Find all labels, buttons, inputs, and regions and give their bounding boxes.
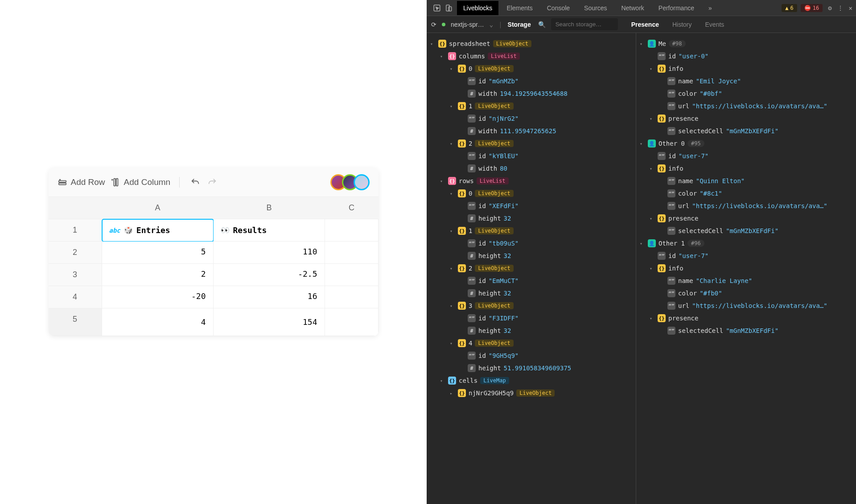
cell-B4[interactable]: 16 xyxy=(214,286,325,308)
cell-C5[interactable] xyxy=(325,308,379,336)
row-header[interactable]: 5 xyxy=(49,308,102,336)
tree-row[interactable]: ▾👤Me#98 xyxy=(636,37,856,50)
row-header[interactable]: 3 xyxy=(49,264,102,286)
tree-row[interactable]: ▾{}info xyxy=(636,162,856,175)
tree-row[interactable]: ▸#width194.19259643554688 xyxy=(427,87,636,100)
caret-icon[interactable]: ▾ xyxy=(450,104,455,109)
caret-icon[interactable]: ▾ xyxy=(450,191,455,196)
cell-B1[interactable]: 👀 Results xyxy=(214,219,325,242)
cell-A2[interactable]: 5 xyxy=(102,242,214,264)
tree-row[interactable]: ▸“”name"Quinn Elton" xyxy=(636,175,856,187)
tree-row[interactable]: ▾{}1LiveObject xyxy=(427,100,636,112)
caret-icon[interactable]: ▾ xyxy=(450,229,455,234)
tab-sources[interactable]: Sources xyxy=(578,1,613,15)
tree-row[interactable]: ▸#height32 xyxy=(427,250,636,262)
tree-row[interactable]: ▸“”id"user-7" xyxy=(636,150,856,162)
tree-row[interactable]: ▸#height32 xyxy=(427,287,636,299)
tree-row[interactable]: ▾{}0LiveObject xyxy=(427,62,636,75)
tree-row[interactable]: ▾{}2LiveObject xyxy=(427,262,636,275)
tree-row[interactable]: ▾{}info xyxy=(636,62,856,75)
col-header[interactable]: B xyxy=(214,197,325,219)
tree-row[interactable]: ▸#height32 xyxy=(427,212,636,225)
close-icon[interactable]: ✕ xyxy=(849,4,852,12)
tree-row[interactable]: ▸#height51.991058349609375 xyxy=(427,362,636,374)
tree-row[interactable]: ▸“”selectedCell"mGnMZbXEFdFi" xyxy=(636,225,856,237)
tree-row[interactable]: ▸{}njNrG29GH5q9LiveObject xyxy=(427,387,636,399)
col-header[interactable]: A xyxy=(102,197,214,219)
tree-row[interactable]: ▸#width80 xyxy=(427,162,636,175)
caret-icon[interactable]: ▾ xyxy=(450,66,455,71)
errors-badge[interactable]: ⛔ 16 xyxy=(801,4,823,12)
tree-row[interactable]: ▾👤Other 1#96 xyxy=(636,237,856,250)
tree-row[interactable]: ▸“”id"9GH5q9" xyxy=(427,349,636,362)
caret-icon[interactable]: ▾ xyxy=(440,378,445,383)
caret-icon[interactable]: ▾ xyxy=(650,316,655,321)
tree-row[interactable]: ▾{}presence xyxy=(636,112,856,125)
caret-icon[interactable]: ▾ xyxy=(450,141,455,146)
tree-row[interactable]: ▸#width111.95947265625 xyxy=(427,125,636,137)
caret-icon[interactable]: ▾ xyxy=(640,41,645,46)
add-row-button[interactable]: Add Row xyxy=(58,177,105,187)
caret-icon[interactable]: ▾ xyxy=(450,341,455,346)
add-column-button[interactable]: Add Column xyxy=(111,177,171,187)
caret-icon[interactable]: ▾ xyxy=(450,303,455,308)
tree-row[interactable]: ▸“”color"#8c1" xyxy=(636,187,856,200)
tree-row[interactable]: ▸“”url"https://liveblocks.io/avatars/ava… xyxy=(636,299,856,312)
chevron-down-icon[interactable]: ⌄ xyxy=(490,21,493,28)
more-icon[interactable]: ⋮ xyxy=(837,4,844,12)
caret-icon[interactable]: ▾ xyxy=(450,266,455,271)
tree-row[interactable]: ▸#height32 xyxy=(427,324,636,337)
tabs-overflow[interactable]: » xyxy=(702,1,718,15)
caret-icon[interactable]: ▾ xyxy=(650,216,655,221)
tab-console[interactable]: Console xyxy=(541,1,576,15)
tree-row[interactable]: ▸“”color"#0bf" xyxy=(636,87,856,100)
row-header[interactable]: 2 xyxy=(49,242,102,264)
avatar[interactable] xyxy=(354,174,370,190)
tree-row[interactable]: ▾{}cellsLiveMap xyxy=(427,374,636,387)
events-tab[interactable]: Events xyxy=(705,21,724,28)
reload-icon[interactable]: ⟳ xyxy=(431,21,436,28)
caret-icon[interactable]: ▾ xyxy=(650,166,655,171)
presence-tab[interactable]: Presence xyxy=(631,21,659,28)
tree-row[interactable]: ▸“”id"njNrG2" xyxy=(427,112,636,125)
inspect-icon[interactable] xyxy=(433,4,441,12)
tree-row[interactable]: ▸“”id"XEFdFi" xyxy=(427,200,636,212)
caret-icon[interactable]: ▾ xyxy=(640,241,645,246)
tree-row[interactable]: ▾{}2LiveObject xyxy=(427,137,636,150)
tree-row[interactable]: ▾{}presence xyxy=(636,212,856,225)
tree-row[interactable]: ▾{}presence xyxy=(636,312,856,324)
tree-row[interactable]: ▸“”url"https://liveblocks.io/avatars/ava… xyxy=(636,100,856,112)
cell-C4[interactable] xyxy=(325,286,379,308)
tree-row[interactable]: ▸“”name"Charlie Layne" xyxy=(636,275,856,287)
tree-row[interactable]: ▾{}info xyxy=(636,262,856,275)
tree-row[interactable]: ▾{}0LiveObject xyxy=(427,187,636,200)
caret-icon[interactable]: ▾ xyxy=(440,54,445,59)
tree-row[interactable]: ▸“”id"EmMuCT" xyxy=(427,275,636,287)
cell-A5[interactable]: 4 xyxy=(102,308,214,336)
tree-row[interactable]: ▾{}1LiveObject xyxy=(427,225,636,237)
redo-button[interactable] xyxy=(207,177,217,187)
device-icon[interactable] xyxy=(444,4,453,12)
tree-row[interactable]: ▾👤Other 0#95 xyxy=(636,137,856,150)
tree-row[interactable]: ▾{}columnsLiveList xyxy=(427,50,636,62)
tab-performance[interactable]: Performance xyxy=(652,1,700,15)
tree-row[interactable]: ▸“”selectedCell"mGnMZbXEFdFi" xyxy=(636,324,856,337)
tree-row[interactable]: ▸“”url"https://liveblocks.io/avatars/ava… xyxy=(636,200,856,212)
tab-elements[interactable]: Elements xyxy=(500,1,539,15)
caret-icon[interactable]: ▾ xyxy=(650,116,655,121)
tree-row[interactable]: ▾{}rowsLiveList xyxy=(427,175,636,187)
tab-network[interactable]: Network xyxy=(615,1,650,15)
tree-row[interactable]: ▸“”id"kYBlEU" xyxy=(427,150,636,162)
tree-row[interactable]: ▾{}3LiveObject xyxy=(427,299,636,312)
warnings-badge[interactable]: ▲ 6 xyxy=(782,4,797,12)
col-header[interactable]: C xyxy=(325,197,379,219)
search-input[interactable] xyxy=(551,18,618,30)
tree-row[interactable]: ▸“”selectedCell"mGnMZbXEFdFi" xyxy=(636,125,856,137)
tree-row[interactable]: ▸“”id"user-7" xyxy=(636,250,856,262)
tree-row[interactable]: ▸“”id"tb09uS" xyxy=(427,237,636,250)
cell-A1[interactable]: abc 🎲 Entries xyxy=(102,219,214,242)
cell-C1[interactable] xyxy=(325,219,379,242)
caret-icon[interactable]: ▸ xyxy=(450,391,455,396)
caret-icon[interactable]: ▾ xyxy=(430,41,436,46)
cell-B3[interactable]: -2.5 xyxy=(214,264,325,286)
